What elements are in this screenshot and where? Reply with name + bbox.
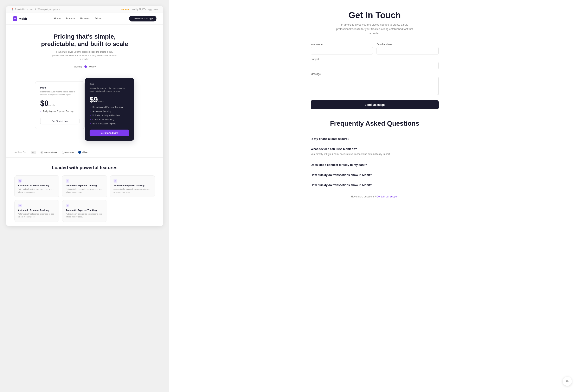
faq-section: Frequently Asked Questions Is my financi… [311, 120, 439, 198]
feature-card-title-4: Automatic Expense Tracking [18, 209, 56, 212]
allianz-label: Allianz [82, 151, 88, 153]
feature-card-4: ◎ Automatic Expense Tracking Automatical… [14, 200, 59, 222]
as-seen-on-section: As Seen On al 2 France Digitale INVESCO … [6, 147, 163, 157]
free-plan-title: Free [40, 86, 80, 89]
edit-icon: ✏ [566, 379, 569, 384]
as-seen-label: As Seen On [14, 151, 26, 154]
email-label: Email address [377, 43, 439, 46]
hero-title: Pricing that's simple, predictable, and … [19, 33, 151, 48]
free-cta-button[interactable]: Get Started Now [40, 118, 80, 124]
free-plan-card: Free FramerBite gives you the blocks nee… [35, 81, 85, 129]
faq-question-2[interactable]: What devices can I use Mobit on? [311, 147, 439, 151]
faq-item-5: How quickly do transactions show in Mobi… [311, 180, 439, 190]
nav-reviews[interactable]: Reviews [80, 17, 90, 20]
pro-plan-desc: FramerBite gives you the blocks need to … [90, 87, 129, 93]
check-icon: ✓ [40, 110, 42, 112]
message-label: Message [311, 73, 439, 76]
top-bar: 📍 Founded in London, UK. We respect your… [6, 6, 163, 13]
star-rating: ★★★★★ [121, 8, 129, 10]
logo-icon: M [13, 16, 17, 21]
nav-features[interactable]: Features [65, 17, 75, 20]
location-icon: 📍 [11, 8, 14, 10]
message-textarea[interactable] [311, 77, 439, 95]
pro-feature-2: ✓ Automated Investing [90, 110, 129, 112]
feature-icon-1: ◎ [18, 179, 22, 183]
faq-more: Have more questions? Contact our support [311, 195, 439, 198]
faq-item-2: What devices can I use Mobit on? Yes, si… [311, 144, 439, 160]
pro-feature-4: ✓ Credit Score Monitoring [90, 118, 129, 121]
feature-icon-2: ◎ [66, 179, 69, 183]
feature-icon-3: ◎ [113, 179, 117, 183]
contact-subtitle: FramerBite gives you the blocks needed t… [336, 23, 414, 36]
send-message-button[interactable]: Send Message [311, 100, 439, 109]
feature-card-title-5: Automatic Expense Tracking [66, 209, 103, 212]
faq-question-5[interactable]: How quickly do transactions show in Mobi… [311, 183, 439, 187]
faq-question-3[interactable]: Does Mobit connect directly to my bank? [311, 163, 439, 167]
faq-item-1: Is my financial data secure? [311, 134, 439, 144]
brand-al: al [31, 151, 36, 154]
feature-card-title-3: Automatic Expense Tracking [113, 184, 151, 187]
your-name-input[interactable] [311, 47, 373, 54]
svg-point-5 [78, 151, 81, 154]
monthly-label[interactable]: Monthly [74, 65, 82, 68]
subject-group: Subject [311, 58, 439, 69]
your-name-label: Your name [311, 43, 373, 46]
top-bar-right: ★★★★★ Used by 21,000+ happy users [121, 8, 158, 10]
check-icon: ✓ [90, 106, 91, 108]
free-plan-price: $0/month [40, 99, 80, 108]
check-icon: ✓ [90, 123, 91, 125]
feature-card-desc-3: Automatically categorize expenses to see… [113, 188, 151, 194]
features-section: Loaded with powerful features ◎ Automati… [6, 157, 163, 226]
top-bar-left: 📍 Founded in London, UK. We respect your… [11, 8, 60, 10]
download-cta-button[interactable]: Download Free App [129, 16, 156, 21]
pro-cta-button[interactable]: Get Started Now [90, 130, 129, 136]
hero-subtitle: FramerBite gives you the blocks needed t… [52, 50, 118, 61]
nav-pricing[interactable]: Pricing [95, 17, 102, 20]
svg-point-4 [62, 151, 64, 154]
faq-item-3: Does Mobit connect directly to my bank? [311, 160, 439, 170]
topbar-left-text: Founded in London, UK. We respect your p… [15, 8, 60, 10]
france-digitale-label: France Digitale [44, 151, 57, 153]
feature-card-1: ◎ Automatic Expense Tracking Automatical… [14, 175, 59, 197]
feature-icon-4: ◎ [18, 204, 22, 207]
feature-card-desc-5: Automatically categorize expenses to see… [66, 213, 103, 218]
feature-card-title-2: Automatic Expense Tracking [66, 184, 103, 187]
subject-input[interactable] [311, 62, 439, 69]
faq-question-1[interactable]: Is my financial data secure? [311, 137, 439, 140]
feature-card-desc-2: Automatically categorize expenses to see… [66, 188, 103, 194]
pro-plan-title: Pro [90, 83, 129, 86]
nav-links: Home Features Reviews Pricing [54, 17, 102, 20]
billing-toggle[interactable]: Monthly Yearly [19, 65, 151, 68]
left-panel: 📍 Founded in London, UK. We respect your… [0, 0, 169, 392]
pro-feature-1: ✓ Budgeting and Expense Tracking [90, 106, 129, 108]
brand-allianz: Allianz [78, 151, 88, 154]
pro-feature-3: ✓ Unlimited Activity Notifications [90, 114, 129, 117]
invesco-label: INVESCO [65, 151, 74, 153]
brand-france-digitale: 2 France Digitale [41, 151, 57, 154]
logo[interactable]: M Mobit [13, 16, 27, 21]
features-grid: ◎ Automatic Expense Tracking Automatical… [14, 175, 155, 222]
yearly-label[interactable]: Yearly [89, 65, 96, 68]
contact-title: Get In Touch [311, 10, 439, 20]
check-icon: ✓ [90, 110, 91, 112]
form-row-1: Your name Email address [311, 43, 439, 54]
contact-support-link[interactable]: Contact our support [377, 195, 398, 198]
features-title: Loaded with powerful features [14, 165, 155, 171]
svg-text:2: 2 [41, 152, 42, 153]
pro-feature-5: ✓ Bank Transaction Imports [90, 123, 129, 125]
brand-logos: al 2 France Digitale INVESCO Allianz [31, 151, 88, 154]
email-input[interactable] [377, 47, 439, 54]
feature-card-3: ◎ Automatic Expense Tracking Automatical… [110, 175, 155, 197]
svg-text:al: al [32, 152, 34, 154]
feature-card-2: ◎ Automatic Expense Tracking Automatical… [62, 175, 107, 197]
toggle-dot [84, 65, 87, 68]
faq-answer-2: Yes, simply link your bank accounts so t… [311, 152, 439, 156]
logo-text: Mobit [19, 17, 27, 20]
faq-question-4[interactable]: How quickly do transactions show in Mobi… [311, 173, 439, 176]
hero-section: Pricing that's simple, predictable, and … [6, 25, 163, 78]
free-feature-1: ✓ Budgeting and Expense Tracking [40, 110, 80, 112]
floating-edit-button[interactable]: ✏ [563, 377, 572, 386]
check-icon: ✓ [90, 118, 91, 121]
contact-form: Your name Email address Subject Message [311, 43, 439, 109]
nav-home[interactable]: Home [54, 17, 60, 20]
